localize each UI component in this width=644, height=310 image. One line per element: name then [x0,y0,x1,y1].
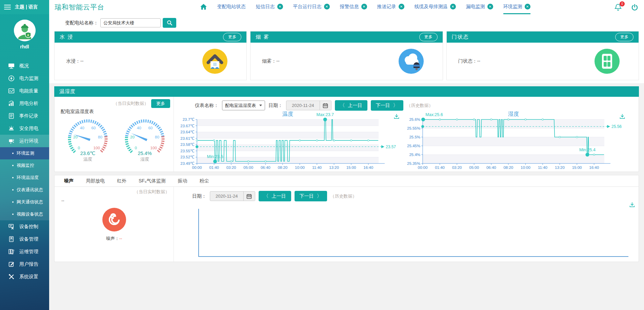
clear-badge-icon[interactable]: ✕ [399,4,404,9]
svg-text:25.45%: 25.45% [407,144,420,148]
sidebar-subitem-video-device-status[interactable]: 视频设备状态 [0,208,49,220]
station-name-label: 变配电站名称： [65,20,98,26]
svg-text:23.52℃: 23.52℃ [180,155,195,159]
nav-sms-log[interactable]: 短信日志✕ [256,0,283,14]
section-header: 温湿度 [54,86,639,97]
download-icon[interactable] [619,113,625,119]
sidebar-item-event-records[interactable]: 事件记录 [0,110,49,122]
svg-text:05:00: 05:00 [469,165,479,170]
svg-text:08:20: 08:20 [503,165,513,170]
svg-text:25.35%: 25.35% [407,161,420,165]
door-more-button[interactable]: 更多 [615,33,633,41]
tab-noise[interactable]: 噪声 [64,178,74,184]
calendar-button[interactable] [320,101,331,110]
card-body: 烟雾：-- [250,43,442,80]
smoke-more-button[interactable]: 更多 [419,33,438,41]
tab-partial-discharge[interactable]: 局部放电 [86,178,105,184]
realtime-gauge-panel: （当日实时数据） 更多 配电室温湿度表 02040608010023.6℃ 温度… [55,97,174,172]
clear-badge-icon[interactable]: ✕ [525,4,530,9]
sidebar-item-safe-power[interactable]: 安全用电 [0,122,49,135]
clear-badge-icon[interactable]: ✕ [324,4,330,9]
search-button[interactable] [163,18,176,28]
sidebar-item-operating-environment[interactable]: 运行环境 [0,135,49,147]
sidebar-item-power-monitoring[interactable]: 电力监测 [0,72,49,85]
sidebar-item-usage-analysis[interactable]: 用电分析 [0,97,49,110]
nav-substation-status[interactable]: 变配电站状态 [217,0,246,14]
date-value[interactable]: 2020-11-24 [210,194,243,199]
download-icon[interactable] [394,113,400,119]
archive-books-icon [8,248,15,255]
nav-leakage-monitoring[interactable]: 漏电监测✕ [466,0,493,14]
svg-text:03:20: 03:20 [226,165,236,170]
sidebar-item-device-management[interactable]: 设备管理 [0,233,49,245]
next-day-button[interactable]: 下一日〉 [295,191,327,201]
meter-name: 配电室温湿度表 [61,109,170,115]
sidebar-item-device-control[interactable]: 设备控制 [0,220,49,233]
sidebar-subitem-environment-monitoring[interactable]: 环境监测 [0,147,49,159]
station-name-input[interactable] [100,18,161,27]
chevron-left-icon: 〈 [264,193,269,199]
operating-environment-submenu: 环境监测 视频监控 环境温湿度 仪表通讯状态 网关通信状态 视频设备状态 [0,147,49,220]
sensor-tabs: 噪声 局部放电 红外 SF₆气体监测 振动 粉尘 [54,175,639,187]
humidity-line-chart: 25.35%25.4%25.45%25.5%25.55%25.6%00:0001… [403,111,626,171]
clear-badge-icon[interactable]: ✕ [450,4,456,9]
hamburger-menu-icon[interactable] [4,5,11,9]
svg-text:40: 40 [137,126,141,130]
card-title: 门状态 [452,34,469,40]
water-house-icon [202,49,227,74]
nav-cable-busbar-temp[interactable]: 线缆及母排测温✕ [415,0,456,14]
svg-text:23.64℃: 23.64℃ [180,130,195,134]
sidebar-item-overview[interactable]: 概况 [0,60,49,72]
sidebar-subitem-video-surveillance[interactable]: 视频监控 [0,159,49,172]
sidebar-item-power-quality[interactable]: 电能质量 [0,85,49,97]
water-immersion-card: 水 浸 更多 水浸：-- [54,31,247,80]
svg-text:25.55%: 25.55% [407,126,420,130]
sidebar-item-user-report[interactable]: 用户报告 [0,258,49,270]
next-day-button[interactable]: 下一日〉 [371,100,403,111]
device-panel-icon [8,236,15,242]
sidebar-subitem-env-temp-humidity[interactable]: 环境温湿度 [0,172,49,184]
clear-badge-icon[interactable]: ✕ [487,4,493,9]
meter-select[interactable]: 配电室温湿度表 [222,101,265,110]
svg-text:08:20: 08:20 [278,165,287,170]
svg-text:00:00: 00:00 [418,165,428,170]
nav-push-records[interactable]: 推送记录✕ [377,0,404,14]
previous-day-button[interactable]: 〈上一日 [259,191,291,201]
username: rhdl [0,44,49,49]
svg-text:03:20: 03:20 [452,165,462,170]
date-value[interactable]: 2020-11-24 [286,103,320,108]
settings-tools-icon [8,273,15,280]
nav-alarm-info[interactable]: 报警信息✕ [340,0,367,14]
tab-infrared[interactable]: 红外 [117,178,126,184]
home-button[interactable] [200,0,207,14]
nav-environment-monitoring[interactable]: 环境监测✕ [503,0,530,14]
topbar: 瑞和智能云平台 变配电站状态 短信日志✕ 平台运行日志✕ 报警信息✕ 推送记录✕… [49,0,644,14]
download-icon[interactable] [629,202,635,208]
calendar-button[interactable] [243,191,255,201]
theme-language-switch[interactable]: 主题 | 语言 [15,4,38,10]
tab-vibration[interactable]: 振动 [178,178,187,184]
date-picker: 2020-11-24 [210,191,255,201]
sidebar-subitem-meter-comm-status[interactable]: 仪表通讯状态 [0,184,49,196]
water-more-button[interactable]: 更多 [223,33,241,41]
svg-text:11:40: 11:40 [312,165,322,170]
edit-report-icon [8,261,15,267]
tab-dust[interactable]: 粉尘 [200,178,209,184]
notifications-button[interactable]: 0 [614,3,622,11]
tab-sf6-gas[interactable]: SF₆气体监测 [139,178,166,184]
sidebar-item-ops-management[interactable]: 运维管理 [0,245,49,258]
sidebar-subitem-gateway-comm-status[interactable]: 网关通信状态 [0,196,49,208]
logout-button[interactable] [631,3,639,11]
svg-text:0: 0 [78,146,80,150]
clear-badge-icon[interactable]: ✕ [277,4,283,9]
previous-day-button[interactable]: 〈上一日 [335,100,367,111]
nav-platform-log[interactable]: 平台运行日志✕ [293,0,330,14]
clear-badge-icon[interactable]: ✕ [361,4,367,9]
gauge-more-button[interactable]: 更多 [151,99,170,108]
history-charts-panel: 仪表名称： 配电室温湿度表 日期： 2020-11-24 〈上一日 [174,97,639,172]
sidebar-item-system-settings[interactable]: 系统设置 [0,270,49,283]
date-label: 日期： [268,103,283,109]
power-icon [631,3,639,11]
svg-text:Max:25.6: Max:25.6 [425,112,443,117]
control-tools-icon [8,223,15,230]
